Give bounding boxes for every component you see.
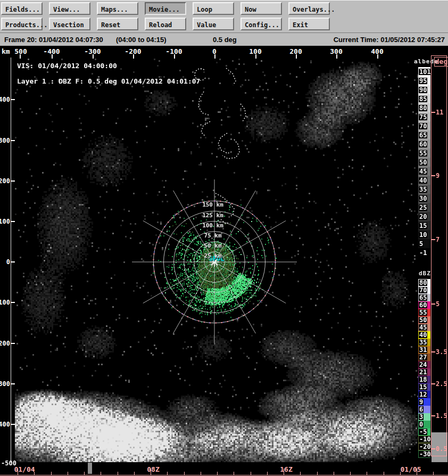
dbz-scale-value: 3 xyxy=(419,414,424,420)
y-tick-label: -400 xyxy=(0,421,10,428)
menu-button-fields[interactable]: Fields... xyxy=(1,2,43,15)
movie-time-axis[interactable]: 01/0408Z16Z01/05 xyxy=(0,462,448,476)
frame-position-thumb[interactable] xyxy=(88,463,92,474)
menu-button-movie[interactable]: Movie... xyxy=(145,2,186,15)
dbz-scale-cell: 55 xyxy=(418,309,430,316)
elevation-tick xyxy=(432,112,435,113)
menu-button-view[interactable]: View... xyxy=(49,2,90,15)
x-tick xyxy=(20,54,21,59)
y-tick xyxy=(11,221,15,222)
dbz-scale-value: 6 xyxy=(419,406,424,413)
time-tick xyxy=(167,472,168,475)
y-tick-label: 400 xyxy=(0,96,10,103)
albedo-scale-value: 20 xyxy=(419,214,427,220)
albedo-colorscale[interactable]: 1019590858075706560555045403530252015105… xyxy=(418,67,430,257)
elevation-tick xyxy=(432,448,435,449)
menu-button-reload[interactable]: Reload xyxy=(145,18,186,30)
dbz-scale-cell: 9 xyxy=(418,398,430,406)
elevation-option-11[interactable]: 11 xyxy=(436,109,443,116)
elevation-option-5[interactable]: 5 xyxy=(436,300,439,308)
albedo-scale-value: 90 xyxy=(419,87,427,93)
dbz-scale-cell: 80 xyxy=(418,279,430,286)
dbz-scale-cell: 6 xyxy=(418,406,430,413)
time-tick xyxy=(68,472,68,475)
menu-button-vsection[interactable]: Vsection xyxy=(49,18,90,30)
satellite-image[interactable] xyxy=(15,59,418,462)
albedo-scale-cell: 65 xyxy=(418,130,430,139)
dbz-scale-cell: -10 xyxy=(418,436,430,443)
elevation-tick xyxy=(432,383,435,384)
menu-button-maps[interactable]: Maps... xyxy=(97,2,138,15)
dbz-scale-cell: 31 xyxy=(418,346,430,354)
time-tick xyxy=(317,472,318,475)
albedo-scale-value: 30 xyxy=(419,195,427,202)
elevation-option-9[interactable]: 9 xyxy=(436,172,439,179)
dbz-colorscale[interactable]: 807065605550454035312724211815129630-5-1… xyxy=(418,279,430,458)
y-tick-label: 300 xyxy=(0,137,10,144)
albedo-scale-value: 35 xyxy=(419,186,427,193)
menu-button-loop[interactable]: Loop xyxy=(193,2,234,15)
albedo-scale-cell: 55 xyxy=(418,149,430,158)
menu-button-overlays[interactable]: Overlays... xyxy=(288,2,330,15)
albedo-scale-cell: 85 xyxy=(418,94,430,103)
albedo-scale-value: 75 xyxy=(419,114,427,120)
y-tick xyxy=(11,140,15,141)
elevation-tick xyxy=(432,239,435,240)
x-tick-label: 500 xyxy=(14,47,27,55)
elevation-option-0.5[interactable]: 0.5 xyxy=(436,445,447,453)
time-tick xyxy=(367,472,367,475)
albedo-scale-value: 85 xyxy=(419,96,427,102)
time-tick xyxy=(118,472,118,475)
albedo-scale-value: 60 xyxy=(419,141,427,147)
albedo-scale-value: 101 xyxy=(419,69,432,75)
x-tick xyxy=(377,54,378,59)
time-tick xyxy=(334,472,334,475)
y-tick-label: 200 xyxy=(0,177,10,185)
albedo-scale-cell: 50 xyxy=(418,158,430,167)
y-tick xyxy=(11,424,15,425)
status-bar: Frame 20: 01/04/2012 04:07:30 (04:00 to … xyxy=(0,32,448,46)
time-tick xyxy=(134,472,135,475)
albedo-scale-cell: 60 xyxy=(418,139,430,149)
albedo-scale-cell: 25 xyxy=(418,203,430,212)
elevation-option-7[interactable]: 7 xyxy=(436,236,439,243)
dbz-scale-value: 65 xyxy=(419,294,427,301)
x-tick xyxy=(52,54,53,59)
menu-button-value[interactable]: Value xyxy=(193,18,234,30)
albedo-scale-value: 95 xyxy=(419,78,427,84)
albedo-scale-cell: 20 xyxy=(418,212,430,221)
menu-button-exit[interactable]: Exit xyxy=(288,18,330,30)
y-tick xyxy=(11,99,15,100)
albedo-scale-cell: 35 xyxy=(418,185,430,194)
albedo-scale-value: 5 xyxy=(419,241,424,247)
menu-button-now[interactable]: Now xyxy=(240,2,282,15)
elevation-option-3.5[interactable]: 3.5 xyxy=(436,348,447,356)
dbz-scale-cell: 12 xyxy=(418,391,430,398)
albedo-scale-cell: 90 xyxy=(418,85,430,94)
y-tick-label: -300 xyxy=(0,380,10,388)
y-axis: 4003002001000-100-200-300-400 xyxy=(0,59,15,462)
albedo-scale-cell: 101 xyxy=(418,67,430,76)
elevation-option-1.5[interactable]: 1.5 xyxy=(436,412,447,420)
elevation-tick xyxy=(432,415,435,416)
albedo-scale-cell: 10 xyxy=(418,230,430,239)
elevation-option-2.5[interactable]: 2.5 xyxy=(436,380,447,388)
cidd-window: Fields...View...Maps...Movie...LoopNowOv… xyxy=(0,0,448,476)
albedo-scale-value: 55 xyxy=(419,150,427,157)
menu-button-config[interactable]: Config... xyxy=(240,18,282,30)
dbz-scale-value: 27 xyxy=(419,354,427,360)
dbz-scale-value: 50 xyxy=(419,317,427,323)
dbz-scale-cell: 15 xyxy=(418,383,430,391)
menu-button-reset[interactable]: Reset xyxy=(97,18,138,30)
albedo-scale-cell: 40 xyxy=(418,176,430,185)
dbz-scale-cell: -5 xyxy=(418,428,430,436)
dbz-scale-value: 0 xyxy=(419,421,424,428)
dbz-scale-cell: 0 xyxy=(418,421,430,428)
map-area[interactable]: VIS: 01/04/2012 04:00:00 Layer 1 : DBZ F… xyxy=(15,59,418,462)
time-label-16Z: 16Z xyxy=(280,465,292,473)
dbz-scale-value: -5 xyxy=(419,429,427,435)
menu-button-products[interactable]: Products... xyxy=(1,18,43,30)
dbz-scale-cell: 60 xyxy=(418,301,430,309)
x-tick xyxy=(93,54,94,59)
albedo-scale-cell: 15 xyxy=(418,221,430,230)
